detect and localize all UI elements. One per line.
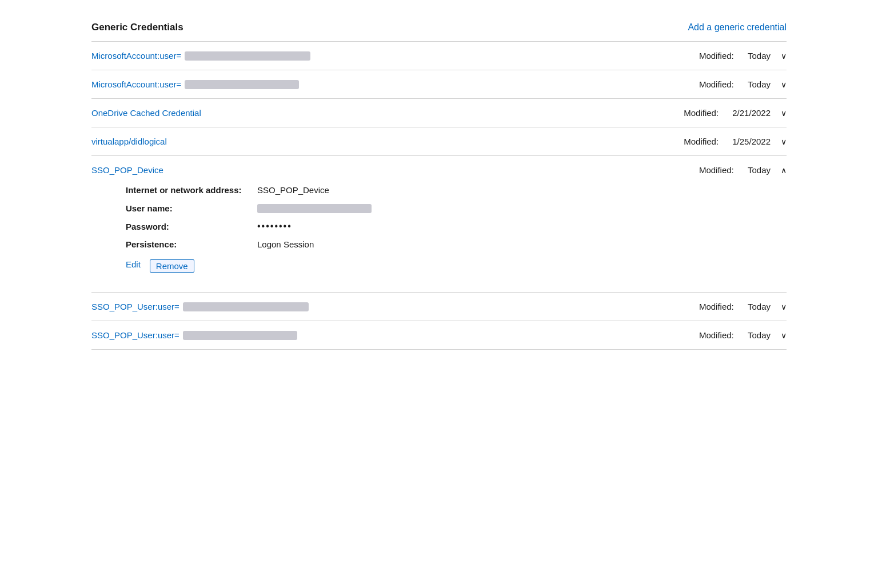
persistence-line: Persistence: Logon Session (126, 239, 787, 249)
modified-label: Modified: (684, 137, 719, 146)
detail-actions: Edit Remove (126, 257, 787, 273)
password-label: Password: (126, 222, 257, 231)
credential-row-cred6[interactable]: SSO_POP_User:user=Modified: Today∨ (91, 293, 787, 321)
page-container: Generic Credentials Add a generic creden… (91, 11, 787, 350)
credential-meta-cred4: Modified: 1/25/2022∨ (638, 137, 787, 146)
username-value (257, 203, 372, 213)
remove-link[interactable]: Remove (150, 259, 194, 273)
username-line: User name: (126, 203, 787, 213)
credential-name-cred2: MicrosoftAccount:user= (91, 79, 299, 89)
credential-meta-cred7: Modified: Today∨ (638, 330, 787, 340)
persistence-value: Logon Session (257, 239, 314, 249)
credential-name-cred3: OneDrive Cached Credential (91, 108, 201, 118)
section-title: Generic Credentials (91, 22, 183, 33)
modified-date: 2/21/2022 (732, 108, 771, 118)
credential-meta-cred5: Modified: Today∧ (638, 165, 787, 175)
chevron-down-icon[interactable]: ∨ (781, 51, 787, 61)
credential-name-cred6: SSO_POP_User:user= (91, 302, 309, 311)
chevron-down-icon[interactable]: ∨ (781, 302, 787, 311)
modified-date: Today (748, 330, 771, 340)
internet-address-label: Internet or network address: (126, 185, 257, 195)
credential-row-cred5[interactable]: SSO_POP_DeviceModified: Today∧ Internet … (91, 156, 787, 293)
chevron-down-icon[interactable]: ∨ (781, 80, 787, 89)
credential-details-cred5: Internet or network address: SSO_POP_Dev… (91, 175, 787, 283)
credential-name-cred5: SSO_POP_Device (91, 165, 163, 175)
add-generic-credential-link[interactable]: Add a generic credential (688, 22, 787, 33)
chevron-down-icon[interactable]: ∨ (781, 331, 787, 340)
modified-date: Today (748, 302, 771, 311)
modified-label: Modified: (699, 330, 734, 340)
password-value: •••••••• (257, 221, 292, 231)
persistence-label: Persistence: (126, 239, 257, 249)
credential-row-cred1[interactable]: MicrosoftAccount:user=Modified: Today∨ (91, 42, 787, 70)
credential-meta-cred1: Modified: Today∨ (638, 51, 787, 61)
modified-label: Modified: (699, 51, 734, 61)
credential-name-cred1: MicrosoftAccount:user= (91, 51, 310, 61)
modified-date: Today (748, 51, 771, 61)
modified-date: Today (748, 165, 771, 175)
credentials-list: MicrosoftAccount:user=Modified: Today∨Mi… (91, 42, 787, 350)
chevron-down-icon[interactable]: ∨ (781, 109, 787, 118)
credential-name-cred7: SSO_POP_User:user= (91, 330, 297, 340)
modified-label: Modified: (699, 302, 734, 311)
modified-date: Today (748, 79, 771, 89)
modified-label: Modified: (684, 108, 719, 118)
internet-address-value: SSO_POP_Device (257, 185, 329, 195)
credential-row-cred4[interactable]: virtualapp/didlogicalModified: 1/25/2022… (91, 127, 787, 156)
modified-date: 1/25/2022 (732, 137, 771, 146)
credential-row-header-cred5: SSO_POP_DeviceModified: Today∧ (91, 165, 787, 175)
credential-row-cred7[interactable]: SSO_POP_User:user=Modified: Today∨ (91, 321, 787, 350)
modified-label: Modified: (699, 79, 734, 89)
credential-meta-cred3: Modified: 2/21/2022∨ (638, 108, 787, 118)
username-label: User name: (126, 203, 257, 213)
section-header: Generic Credentials Add a generic creden… (91, 11, 787, 42)
credential-name-cred4: virtualapp/didlogical (91, 137, 167, 146)
credential-meta-cred2: Modified: Today∨ (638, 79, 787, 89)
edit-link[interactable]: Edit (126, 259, 141, 273)
chevron-down-icon[interactable]: ∨ (781, 137, 787, 146)
password-line: Password: •••••••• (126, 221, 787, 231)
chevron-up-icon[interactable]: ∧ (781, 166, 787, 175)
internet-address-line: Internet or network address: SSO_POP_Dev… (126, 185, 787, 195)
credential-meta-cred6: Modified: Today∨ (638, 302, 787, 311)
credential-row-cred3[interactable]: OneDrive Cached CredentialModified: 2/21… (91, 99, 787, 127)
credential-row-cred2[interactable]: MicrosoftAccount:user=Modified: Today∨ (91, 70, 787, 99)
modified-label: Modified: (699, 165, 734, 175)
